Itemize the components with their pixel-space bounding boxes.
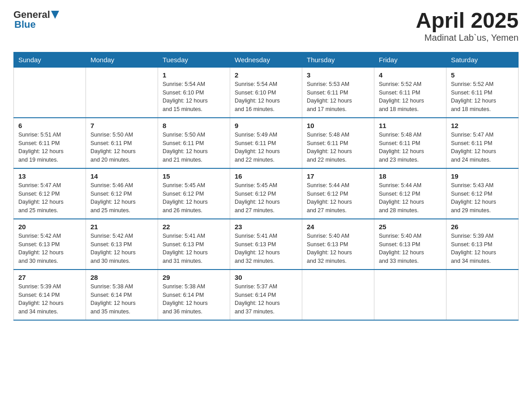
page-header: General Blue April 2025 Madinat Lab`us, … bbox=[13, 9, 519, 43]
day-detail: Sunrise: 5:38 AMSunset: 6:14 PMDaylight:… bbox=[163, 283, 225, 316]
calendar-day-cell: 27Sunrise: 5:39 AMSunset: 6:14 PMDayligh… bbox=[14, 270, 86, 320]
day-detail: Sunrise: 5:53 AMSunset: 6:11 PMDaylight:… bbox=[307, 80, 369, 114]
calendar-day-cell: 23Sunrise: 5:41 AMSunset: 6:13 PMDayligh… bbox=[230, 219, 302, 270]
calendar-day-cell: 1Sunrise: 5:54 AMSunset: 6:10 PMDaylight… bbox=[158, 67, 230, 118]
day-detail: Sunrise: 5:45 AMSunset: 6:12 PMDaylight:… bbox=[235, 181, 297, 215]
day-detail: Sunrise: 5:39 AMSunset: 6:14 PMDaylight:… bbox=[18, 283, 81, 316]
calendar-day-cell: 16Sunrise: 5:45 AMSunset: 6:12 PMDayligh… bbox=[230, 168, 302, 219]
day-detail: Sunrise: 5:48 AMSunset: 6:11 PMDaylight:… bbox=[379, 131, 442, 164]
calendar-day-cell: 17Sunrise: 5:44 AMSunset: 6:12 PMDayligh… bbox=[302, 168, 374, 219]
day-detail: Sunrise: 5:51 AMSunset: 6:11 PMDaylight:… bbox=[18, 131, 81, 164]
calendar-day-cell: 9Sunrise: 5:49 AMSunset: 6:11 PMDaylight… bbox=[230, 118, 302, 168]
day-number: 20 bbox=[18, 223, 81, 231]
calendar-day-header: Tuesday bbox=[158, 52, 230, 67]
calendar-day-header: Friday bbox=[374, 52, 446, 67]
day-number: 21 bbox=[90, 223, 153, 231]
day-number: 17 bbox=[307, 172, 369, 180]
day-detail: Sunrise: 5:48 AMSunset: 6:11 PMDaylight:… bbox=[307, 131, 369, 164]
day-detail: Sunrise: 5:49 AMSunset: 6:11 PMDaylight:… bbox=[235, 131, 297, 164]
calendar-day-cell: 5Sunrise: 5:52 AMSunset: 6:11 PMDaylight… bbox=[446, 67, 519, 118]
calendar-day-cell: 2Sunrise: 5:54 AMSunset: 6:10 PMDaylight… bbox=[230, 67, 302, 118]
calendar-day-cell: 7Sunrise: 5:50 AMSunset: 6:11 PMDaylight… bbox=[86, 118, 158, 168]
day-detail: Sunrise: 5:41 AMSunset: 6:13 PMDaylight:… bbox=[163, 232, 225, 265]
calendar-day-cell: 19Sunrise: 5:43 AMSunset: 6:12 PMDayligh… bbox=[446, 168, 519, 219]
calendar-day-cell bbox=[302, 270, 374, 320]
svg-marker-0 bbox=[51, 11, 59, 19]
calendar-day-cell bbox=[86, 67, 158, 118]
day-number: 18 bbox=[379, 172, 442, 180]
calendar-week-row: 1Sunrise: 5:54 AMSunset: 6:10 PMDaylight… bbox=[14, 67, 519, 118]
day-detail: Sunrise: 5:41 AMSunset: 6:13 PMDaylight:… bbox=[235, 232, 297, 265]
day-number: 7 bbox=[90, 122, 153, 129]
calendar-header-row: SundayMondayTuesdayWednesdayThursdayFrid… bbox=[14, 52, 519, 67]
day-detail: Sunrise: 5:39 AMSunset: 6:13 PMDaylight:… bbox=[451, 232, 514, 265]
calendar-day-cell: 8Sunrise: 5:50 AMSunset: 6:11 PMDaylight… bbox=[158, 118, 230, 168]
day-number: 13 bbox=[18, 172, 81, 180]
calendar-day-cell: 4Sunrise: 5:52 AMSunset: 6:11 PMDaylight… bbox=[374, 67, 446, 118]
day-detail: Sunrise: 5:42 AMSunset: 6:13 PMDaylight:… bbox=[18, 232, 81, 265]
calendar-day-cell: 18Sunrise: 5:44 AMSunset: 6:12 PMDayligh… bbox=[374, 168, 446, 219]
calendar-day-cell: 14Sunrise: 5:46 AMSunset: 6:12 PMDayligh… bbox=[86, 168, 158, 219]
day-number: 1 bbox=[163, 71, 225, 79]
calendar-day-cell bbox=[446, 270, 519, 320]
day-detail: Sunrise: 5:54 AMSunset: 6:10 PMDaylight:… bbox=[163, 80, 225, 114]
day-number: 29 bbox=[163, 274, 225, 281]
calendar-week-row: 13Sunrise: 5:47 AMSunset: 6:12 PMDayligh… bbox=[14, 168, 519, 219]
calendar-day-header: Wednesday bbox=[230, 52, 302, 67]
calendar-day-cell: 15Sunrise: 5:45 AMSunset: 6:12 PMDayligh… bbox=[158, 168, 230, 219]
calendar-day-cell: 26Sunrise: 5:39 AMSunset: 6:13 PMDayligh… bbox=[446, 219, 519, 270]
day-number: 3 bbox=[307, 71, 369, 79]
day-number: 23 bbox=[235, 223, 297, 231]
day-number: 11 bbox=[379, 122, 442, 129]
calendar-day-cell: 3Sunrise: 5:53 AMSunset: 6:11 PMDaylight… bbox=[302, 67, 374, 118]
day-number: 8 bbox=[163, 122, 225, 129]
day-number: 9 bbox=[235, 122, 297, 129]
day-number: 25 bbox=[379, 223, 442, 231]
day-detail: Sunrise: 5:50 AMSunset: 6:11 PMDaylight:… bbox=[163, 131, 225, 164]
calendar-day-header: Sunday bbox=[14, 52, 86, 67]
calendar-day-cell: 28Sunrise: 5:38 AMSunset: 6:14 PMDayligh… bbox=[86, 270, 158, 320]
calendar-day-cell: 25Sunrise: 5:40 AMSunset: 6:13 PMDayligh… bbox=[374, 219, 446, 270]
calendar-day-cell: 24Sunrise: 5:40 AMSunset: 6:13 PMDayligh… bbox=[302, 219, 374, 270]
calendar-day-cell: 20Sunrise: 5:42 AMSunset: 6:13 PMDayligh… bbox=[14, 219, 86, 270]
day-detail: Sunrise: 5:42 AMSunset: 6:13 PMDaylight:… bbox=[90, 232, 153, 265]
logo-triangle-icon bbox=[51, 11, 59, 20]
day-detail: Sunrise: 5:38 AMSunset: 6:14 PMDaylight:… bbox=[90, 283, 153, 316]
calendar-day-cell: 12Sunrise: 5:47 AMSunset: 6:11 PMDayligh… bbox=[446, 118, 519, 168]
day-number: 28 bbox=[90, 274, 153, 281]
calendar-day-cell bbox=[14, 67, 86, 118]
day-number: 12 bbox=[451, 122, 514, 129]
logo: General Blue bbox=[13, 9, 59, 30]
calendar-day-cell: 11Sunrise: 5:48 AMSunset: 6:11 PMDayligh… bbox=[374, 118, 446, 168]
day-detail: Sunrise: 5:40 AMSunset: 6:13 PMDaylight:… bbox=[307, 232, 369, 265]
calendar-table: SundayMondayTuesdayWednesdayThursdayFrid… bbox=[13, 52, 519, 321]
day-detail: Sunrise: 5:40 AMSunset: 6:13 PMDaylight:… bbox=[379, 232, 442, 265]
logo-blue-text: Blue bbox=[14, 19, 36, 30]
calendar-day-cell: 30Sunrise: 5:37 AMSunset: 6:14 PMDayligh… bbox=[230, 270, 302, 320]
day-detail: Sunrise: 5:54 AMSunset: 6:10 PMDaylight:… bbox=[235, 80, 297, 114]
calendar-day-cell: 21Sunrise: 5:42 AMSunset: 6:13 PMDayligh… bbox=[86, 219, 158, 270]
day-number: 15 bbox=[163, 172, 225, 180]
day-number: 4 bbox=[379, 71, 442, 79]
day-number: 14 bbox=[90, 172, 153, 180]
day-detail: Sunrise: 5:47 AMSunset: 6:12 PMDaylight:… bbox=[18, 181, 81, 215]
calendar-day-header: Thursday bbox=[302, 52, 374, 67]
day-number: 24 bbox=[307, 223, 369, 231]
calendar-week-row: 20Sunrise: 5:42 AMSunset: 6:13 PMDayligh… bbox=[14, 219, 519, 270]
day-number: 22 bbox=[163, 223, 225, 231]
day-detail: Sunrise: 5:37 AMSunset: 6:14 PMDaylight:… bbox=[235, 283, 297, 316]
day-number: 30 bbox=[235, 274, 297, 281]
day-number: 5 bbox=[451, 71, 514, 79]
day-number: 26 bbox=[451, 223, 514, 231]
calendar-subtitle: Madinat Lab`us, Yemen bbox=[416, 33, 519, 43]
calendar-day-header: Saturday bbox=[446, 52, 519, 67]
day-number: 16 bbox=[235, 172, 297, 180]
day-detail: Sunrise: 5:43 AMSunset: 6:12 PMDaylight:… bbox=[451, 181, 514, 215]
day-detail: Sunrise: 5:44 AMSunset: 6:12 PMDaylight:… bbox=[307, 181, 369, 215]
day-detail: Sunrise: 5:52 AMSunset: 6:11 PMDaylight:… bbox=[379, 80, 442, 114]
title-block: April 2025 Madinat Lab`us, Yemen bbox=[416, 9, 519, 43]
day-detail: Sunrise: 5:47 AMSunset: 6:11 PMDaylight:… bbox=[451, 131, 514, 164]
day-number: 27 bbox=[18, 274, 81, 281]
calendar-day-cell: 29Sunrise: 5:38 AMSunset: 6:14 PMDayligh… bbox=[158, 270, 230, 320]
day-number: 6 bbox=[18, 122, 81, 129]
